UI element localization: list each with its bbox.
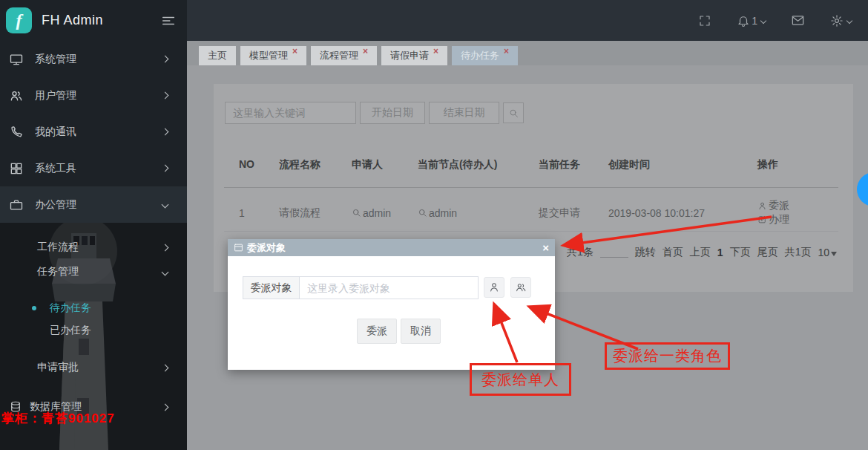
tab-close-icon[interactable]: × [433,47,438,56]
cell-applicant[interactable]: admin [352,207,418,219]
column-header-actions: 操作 [757,158,828,172]
prev-page-button[interactable]: 上页 [690,246,711,259]
tab-label: 模型管理 [249,49,288,62]
handle-action-button[interactable]: 办理 [757,213,789,226]
column-header-created: 创建时间 [608,158,757,172]
tab-label: 流程管理 [320,49,358,62]
chevron-right-icon [162,92,169,100]
chevron-down-icon [162,201,169,209]
last-page-button[interactable]: 尾页 [757,246,778,259]
page-size-select[interactable]: 10 [818,247,837,258]
settings-menu[interactable] [830,14,852,27]
start-date-button[interactable]: 开始日期 [360,102,425,124]
edit-icon [757,215,767,224]
monitor-icon [9,52,24,67]
delegate-field-label: 委派对象 [243,276,299,299]
tab-close-icon[interactable]: × [363,47,368,56]
total-count: 共1条 [567,246,594,259]
mail-icon[interactable] [791,13,805,27]
menu-label: 待办任务 [50,301,187,315]
search-icon [352,208,361,218]
cell-actions: 委派 办理 [757,199,828,226]
caret-down-icon [831,252,837,256]
cell-current-task: 提交申请 [539,206,608,220]
menu-label: 工作流程 [37,241,162,254]
chevron-right-icon [162,364,169,371]
bell-icon [737,14,750,27]
sidebar-item-done-tasks[interactable]: 已办任务 [0,319,187,342]
logo-letter: f [16,10,22,30]
sidebar-item-office-mgmt[interactable]: 办公管理 [0,186,187,223]
menu-label: 系统工具 [35,162,162,175]
first-page-button[interactable]: 首页 [662,246,683,259]
briefcase-icon [9,198,24,212]
app-logo: f [6,7,32,33]
cell-current-node[interactable]: admin [418,207,539,219]
close-icon[interactable]: × [542,242,549,253]
active-bullet-icon [32,306,36,310]
tab-process-mgmt[interactable]: 流程管理 × [311,46,377,65]
sidebar-item-apply-approve[interactable]: 申请审批 [0,356,187,379]
sidebar-item-task-mgmt[interactable]: 任务管理 [0,261,187,283]
jump-button[interactable]: 跳转 [635,246,656,259]
notification-count: 1 [752,15,757,27]
pick-single-person-button[interactable] [484,277,504,298]
jump-page-input[interactable] [600,247,628,258]
sidebar-item-todo-tasks[interactable]: 待办任务 [0,297,187,319]
sidebar-item-my-contacts[interactable]: 我的通讯 [0,114,187,150]
tab-todo-tasks[interactable]: 待办任务 × [452,46,518,65]
tab-home[interactable]: 主页 [199,46,236,65]
keyword-search-input[interactable] [225,102,356,124]
chevron-right-icon [162,56,169,63]
person-icon [757,201,767,211]
tab-leave-apply[interactable]: 请假申请 × [381,46,447,65]
sidebar-collapse-icon[interactable] [160,13,177,29]
search-button[interactable] [503,102,524,123]
cell-created-time: 2019-03-08 10:01:27 [608,207,757,219]
people-group-icon [515,281,527,293]
app-window: f FH Admin 系统管理 用户管理 我的通讯 [0,0,868,450]
grid-icon [9,161,24,176]
current-page: 1 [717,247,723,258]
node-name: admin [429,207,457,219]
chevron-down-icon [760,17,766,23]
sidebar-item-system-tools[interactable]: 系统工具 [0,150,187,186]
column-header-task: 当前任务 [539,158,608,172]
table-row: 1 请假流程 admin admin 提交申请 2019-03-08 10:01… [239,199,828,226]
delegate-confirm-button[interactable]: 委派 [357,319,397,344]
column-header-applicant: 申请人 [352,158,418,172]
cell-process-name: 请假流程 [279,206,352,220]
delegate-action-button[interactable]: 委派 [757,199,789,212]
dialog-header[interactable]: 委派对象 × [228,239,555,256]
menu-label: 已办任务 [50,324,187,337]
delegate-target-input[interactable] [299,276,479,299]
tab-close-icon[interactable]: × [292,47,297,56]
column-header-no: NO [239,158,279,172]
chevron-down-icon [846,17,852,23]
sidebar-item-workflow[interactable]: 工作流程 [0,236,187,258]
tab-label: 请假申请 [390,49,429,62]
sidebar-item-user-mgmt[interactable]: 用户管理 [0,77,187,114]
annotation-text: 委派给单人 [481,370,559,390]
annotation-role-group: 委派给一类角色 [605,342,730,370]
notifications-menu[interactable]: 1 [737,14,766,27]
fullscreen-icon[interactable] [698,14,711,27]
next-page-button[interactable]: 下页 [730,246,751,259]
search-icon [508,108,519,119]
chevron-right-icon [162,128,169,136]
tab-bar: 主页 模型管理 × 流程管理 × 请假申请 × 待办任务 × [187,41,868,65]
search-icon [418,208,427,218]
tab-model-mgmt[interactable]: 模型管理 × [240,46,306,65]
chevron-right-icon [162,403,169,411]
sidebar-item-system-mgmt[interactable]: 系统管理 [0,41,187,77]
tab-close-icon[interactable]: × [504,47,509,56]
cell-no: 1 [239,207,279,219]
menu-label: 我的通讯 [35,125,162,139]
watermark-text: 掌柜：青苔901027 [1,410,115,427]
pick-role-group-button[interactable] [510,277,531,298]
menu-label: 用户管理 [35,89,162,102]
chevron-right-icon [162,244,169,251]
end-date-button[interactable]: 结束日期 [429,102,499,124]
chevron-down-icon [162,268,169,275]
delegate-cancel-button[interactable]: 取消 [401,319,441,344]
